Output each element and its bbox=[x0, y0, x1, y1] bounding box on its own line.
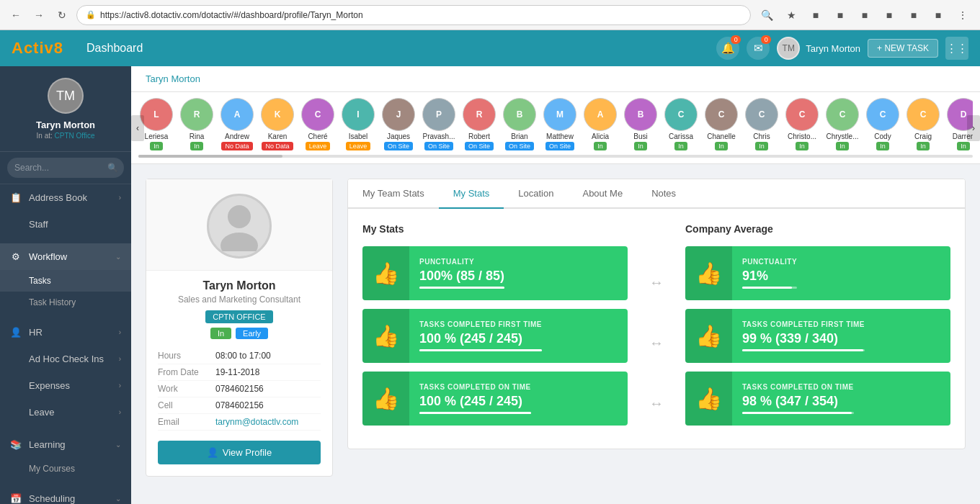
team-member[interactable]: C Chrystle... In bbox=[824, 98, 860, 150]
browser-ext4-button[interactable]: ■ bbox=[879, 5, 899, 25]
sidebar: TM Taryn Morton In at: CPTN Office 🔍 📋 A… bbox=[0, 66, 131, 504]
team-member[interactable]: J Jaques On Site bbox=[380, 98, 416, 150]
email-label: Email bbox=[158, 417, 215, 427]
profile-detail-cell: Cell 0784602156 bbox=[158, 397, 321, 414]
stat-card: 👍 TASKS COMPLETED FIRST TIME 100 % (245 … bbox=[362, 309, 628, 363]
stat-info: PUNCTUALITY 91% bbox=[732, 251, 807, 296]
sidebar-label-task-history: Task History bbox=[29, 297, 76, 307]
search-icon: 🔍 bbox=[107, 163, 118, 173]
browser-ext3-button[interactable]: ■ bbox=[855, 5, 875, 25]
browser-menu-button[interactable]: ⋮ bbox=[953, 5, 973, 25]
team-member[interactable]: C Craig In bbox=[905, 98, 941, 150]
team-member[interactable]: A Andrew No Data bbox=[219, 98, 255, 150]
team-member-status: No Data bbox=[221, 142, 252, 150]
from-date-label: From Date bbox=[158, 367, 215, 377]
cell-value: 0784602156 bbox=[215, 400, 321, 410]
team-member[interactable]: I Isabel Leave bbox=[340, 98, 376, 150]
team-member[interactable]: C Chris In bbox=[744, 98, 780, 150]
team-member-status: In bbox=[755, 142, 768, 150]
strip-nav-left-button[interactable]: ‹ bbox=[131, 115, 144, 141]
sidebar-item-learning[interactable]: 📚 Learning ⌄ bbox=[0, 431, 131, 458]
new-task-button[interactable]: + NEW TASK bbox=[868, 39, 938, 58]
team-member[interactable]: P Pravash... On Site bbox=[421, 98, 457, 150]
team-member-name: Robert bbox=[468, 132, 490, 140]
team-member[interactable]: C Chanelle In bbox=[703, 98, 739, 150]
browser-search-button[interactable]: 🔍 bbox=[757, 5, 777, 25]
team-member[interactable]: C Carissa In bbox=[663, 98, 699, 150]
back-button[interactable]: ← bbox=[7, 6, 24, 24]
strip-nav-right-button[interactable]: › bbox=[967, 115, 980, 141]
sidebar-item-address-book[interactable]: 📋 Address Book › bbox=[0, 184, 131, 211]
team-member-status: On Site bbox=[384, 142, 413, 150]
sidebar-item-adhoc[interactable]: Ad Hoc Check Ins › bbox=[0, 346, 131, 372]
team-member-name: Brian bbox=[511, 132, 527, 140]
team-member[interactable]: A Alicia In bbox=[582, 98, 618, 150]
work-label: Work bbox=[158, 384, 215, 394]
stat-bar-fill bbox=[419, 287, 504, 289]
team-member[interactable]: C Christo... In bbox=[784, 98, 820, 150]
browser-ext6-button[interactable]: ■ bbox=[928, 5, 948, 25]
stat-bar bbox=[419, 287, 504, 289]
sidebar-item-tasks[interactable]: Tasks bbox=[0, 270, 131, 292]
team-member[interactable]: B Brian On Site bbox=[502, 98, 538, 150]
team-member-name: Andrew bbox=[225, 132, 249, 140]
team-member-avatar: C bbox=[785, 98, 819, 131]
browser-ext2-button[interactable]: ■ bbox=[830, 5, 850, 25]
sidebar-item-task-history[interactable]: Task History bbox=[0, 292, 131, 313]
url-text: https://activ8.dotactiv.com/dotactiv/#/d… bbox=[100, 10, 363, 20]
team-member[interactable]: R Robert On Site bbox=[461, 98, 497, 150]
sidebar-item-hr[interactable]: 👤 HR › bbox=[0, 319, 131, 346]
team-member-name: Chrystle... bbox=[826, 132, 858, 140]
stat-value: 100 % (245 / 245) bbox=[419, 394, 531, 409]
share-button[interactable]: ⋮⋮ bbox=[945, 37, 968, 60]
team-member[interactable]: C Cody In bbox=[865, 98, 901, 150]
tab-location[interactable]: Location bbox=[504, 179, 568, 209]
forward-button[interactable]: → bbox=[30, 6, 48, 24]
sidebar-item-staff[interactable]: Staff bbox=[0, 211, 131, 238]
sidebar-item-expenses[interactable]: Expenses › bbox=[0, 372, 131, 399]
view-profile-button[interactable]: 👤 View Profile bbox=[158, 441, 321, 464]
sidebar-item-my-courses[interactable]: My Courses bbox=[0, 458, 131, 480]
browser-star-button[interactable]: ★ bbox=[781, 5, 801, 25]
company-stats-cards: 👍 PUNCTUALITY 91% 👍 TASKS COMPLETED FIRS… bbox=[685, 246, 950, 426]
team-member-status: In bbox=[150, 142, 163, 150]
chevron-icon-workflow: ⌄ bbox=[115, 253, 121, 261]
search-input[interactable] bbox=[7, 158, 124, 178]
browser-ext5-button[interactable]: ■ bbox=[904, 5, 924, 25]
page-content: Taryn Morton ‹ L Leriesa In R Rina In A … bbox=[131, 66, 980, 504]
team-member-avatar: I bbox=[342, 98, 375, 131]
tab-notes[interactable]: Notes bbox=[637, 179, 690, 209]
notifications-button[interactable]: 🔔 0 bbox=[716, 37, 739, 60]
sidebar-item-workflow[interactable]: ⚙ Workflow ⌄ bbox=[0, 243, 131, 270]
refresh-button[interactable]: ↻ bbox=[53, 6, 71, 24]
team-member[interactable]: M Matthew On Site bbox=[542, 98, 578, 150]
tab-my-team-stats[interactable]: My Team Stats bbox=[348, 179, 439, 209]
profile-card: Taryn Morton Sales and Marketing Consult… bbox=[146, 179, 333, 477]
lock-icon: 🔒 bbox=[86, 10, 96, 19]
team-member[interactable]: R Rina In bbox=[179, 98, 215, 150]
team-member-avatar: C bbox=[826, 98, 859, 131]
sidebar-status: In at: CPTN Office bbox=[37, 132, 95, 140]
top-nav-right: 🔔 0 ✉ 0 TM Taryn Morton + NEW TASK ⋮⋮ bbox=[716, 37, 968, 60]
profile-avatar bbox=[207, 194, 272, 258]
team-member[interactable]: K Karen No Data bbox=[259, 98, 295, 150]
tab-about-me[interactable]: About Me bbox=[568, 179, 637, 209]
sidebar-item-scheduling[interactable]: 📅 Scheduling ⌄ bbox=[0, 485, 131, 504]
team-member-status: In bbox=[715, 142, 728, 150]
browser-ext1-button[interactable]: ■ bbox=[806, 5, 826, 25]
url-bar[interactable]: 🔒 https://activ8.dotactiv.com/dotactiv/#… bbox=[76, 5, 751, 25]
stat-info: TASKS COMPLETED ON TIME 98 % (347 / 354) bbox=[732, 376, 864, 421]
sidebar-item-leave[interactable]: Leave › bbox=[0, 399, 131, 426]
team-member[interactable]: B Busi In bbox=[623, 98, 659, 150]
profile-name: Taryn Morton bbox=[202, 279, 275, 292]
tab-my-stats[interactable]: My Stats bbox=[439, 179, 504, 209]
hours-label: Hours bbox=[158, 351, 215, 361]
messages-button[interactable]: ✉ 0 bbox=[747, 37, 770, 60]
team-member-name: Alicia bbox=[592, 132, 609, 140]
stat-bar bbox=[742, 349, 865, 351]
team-member-name: Cheré bbox=[308, 132, 327, 140]
team-member-status: No Data bbox=[262, 142, 293, 150]
workflow-icon: ⚙ bbox=[10, 251, 22, 262]
team-member[interactable]: C Cheré Leave bbox=[300, 98, 336, 150]
sidebar-search[interactable]: 🔍 bbox=[0, 152, 131, 184]
